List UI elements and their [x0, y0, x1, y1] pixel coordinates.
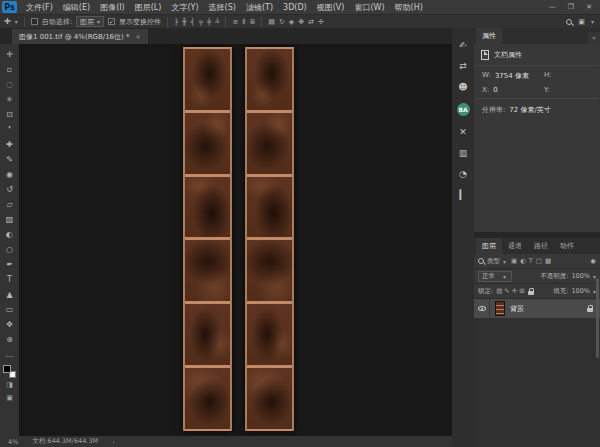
eyedropper-tool[interactable]: ❜ [0, 122, 19, 137]
blend-mode-dropdown[interactable]: 正常 ▾ [478, 271, 512, 282]
scale-3d-icon[interactable]: ✢ [318, 18, 324, 26]
menu-item[interactable]: 图层(L) [130, 2, 167, 13]
history-panel-icon[interactable]: ◔ [459, 169, 467, 179]
quick-selection-tool[interactable]: ✳ [0, 92, 19, 107]
menu-item[interactable]: 窗口(W) [349, 2, 389, 13]
align-left-icon[interactable]: ╞ [174, 18, 178, 26]
history-brush-tool[interactable]: ↺ [0, 182, 19, 197]
align-top-icon[interactable]: ╤ [199, 18, 203, 26]
menu-item[interactable]: 视图(V) [312, 2, 350, 13]
filter-type-label[interactable]: 类型 [487, 257, 500, 266]
align-middle-icon[interactable]: ╪ [207, 18, 211, 26]
filter-smart-object-icon[interactable]: ▩ [545, 257, 551, 265]
tool-preset-caret-icon[interactable]: ▾ [15, 18, 18, 25]
auto-select-dropdown[interactable]: 图层 ▾ [76, 16, 104, 27]
foreground-color-swatch[interactable] [3, 365, 11, 373]
distribute-horizontal-icon[interactable]: ⦀ [242, 18, 245, 26]
path-selection-tool[interactable]: ▲ [0, 287, 19, 302]
visibility-cell[interactable] [474, 299, 490, 318]
shape-tool[interactable]: ▭ [0, 302, 19, 317]
transfer-panel-icon[interactable]: ⇄ [459, 61, 467, 71]
lock-position-icon[interactable]: ✛ [512, 287, 517, 295]
filter-switch-icon[interactable]: ◉ [590, 257, 596, 265]
filter-shape-icon[interactable]: ▢ [536, 257, 542, 265]
layers-empty-area[interactable] [474, 318, 600, 447]
document-tab[interactable]: 图像1 001.tif @ 4%(RGB/16位) * ✕ [12, 29, 148, 44]
distribute-spacing-icon[interactable]: ≣ [249, 18, 255, 26]
tab-actions[interactable]: 动作 [554, 238, 580, 254]
canvas[interactable] [19, 44, 452, 436]
auto-align-icon[interactable]: ▤ [268, 18, 275, 26]
hand-tool[interactable]: ✥ [0, 317, 19, 332]
maximize-button[interactable]: ❐ [568, 3, 574, 11]
collapse-panels-icon[interactable]: « [588, 32, 600, 44]
lock-transparency-icon[interactable]: ▨ [496, 287, 502, 295]
ba-extension-badge[interactable]: BA [457, 103, 470, 116]
stats-panel-icon[interactable]: ▥ [459, 148, 468, 158]
gradient-tool[interactable]: ▨ [0, 212, 19, 227]
align-right-icon[interactable]: ╡ [191, 18, 195, 26]
lock-artboard-icon[interactable]: ⊞ [519, 287, 524, 295]
lasso-tool[interactable]: ◌ [0, 77, 19, 92]
type-tool[interactable]: T [0, 272, 19, 287]
dodge-tool[interactable]: ○ [0, 242, 19, 257]
menu-item[interactable]: 选择(S) [204, 2, 241, 13]
align-center-h-icon[interactable]: ╫ [182, 18, 186, 26]
rotate-3d-icon[interactable]: ↻ [279, 18, 285, 26]
tab-paths[interactable]: 路径 [528, 238, 554, 254]
layer-thumbnail[interactable] [495, 301, 505, 316]
lock-all-icon[interactable] [528, 291, 534, 295]
screen-mode-button[interactable]: ▣ [6, 391, 13, 404]
minimize-button[interactable]: — [549, 3, 556, 11]
width-value[interactable]: 3754 像素 [495, 71, 529, 81]
healing-brush-tool[interactable]: ✚ [0, 137, 19, 152]
zoom-tool[interactable]: ⊕ [0, 332, 19, 347]
menu-item[interactable]: 文件(F) [21, 2, 58, 13]
layer-row-background[interactable]: 背景 [474, 299, 600, 318]
menu-item[interactable]: 文字(Y) [166, 2, 203, 13]
status-options-chevron-icon[interactable]: › [112, 438, 115, 446]
retouch-panel-icon[interactable]: ✍ [459, 40, 467, 50]
tab-properties[interactable]: 属性 [476, 28, 502, 44]
clone-stamp-tool[interactable]: ◉ [0, 167, 19, 182]
tab-layers[interactable]: 图层 [476, 238, 502, 254]
orbit-3d-icon[interactable]: ◈ [289, 18, 294, 26]
lock-pixels-icon[interactable]: ✎ [504, 287, 509, 295]
pen-tool[interactable]: ✒ [0, 257, 19, 272]
align-bottom-icon[interactable]: ╧ [215, 18, 219, 26]
workspace-switcher-icon[interactable]: ▣ [578, 18, 585, 26]
close-tab-icon[interactable]: ✕ [136, 33, 141, 40]
search-icon[interactable] [566, 19, 572, 25]
fill-value[interactable]: 100% [571, 287, 590, 295]
crop-tool[interactable]: ⊡ [0, 107, 19, 122]
menu-item[interactable]: 帮助(H) [390, 2, 428, 13]
blur-tool[interactable]: ◐ [0, 227, 19, 242]
quick-mask-button[interactable]: ◨ [6, 378, 13, 391]
marquee-tool[interactable]: ▫ [0, 62, 19, 77]
filter-type-icon[interactable]: T [529, 257, 533, 265]
panel-scrollbar[interactable] [596, 278, 599, 358]
menu-item[interactable]: 3D(D) [278, 3, 312, 12]
eraser-tool[interactable]: ▱ [0, 197, 19, 212]
filter-adjustment-icon[interactable]: ◐ [520, 257, 526, 265]
pan-3d-icon[interactable]: ✥ [298, 18, 304, 26]
x-value[interactable]: 0 [493, 86, 497, 94]
menu-item[interactable]: 编辑(E) [58, 2, 95, 13]
slide-3d-icon[interactable]: ⇄ [308, 18, 314, 26]
portrait-panel-icon[interactable]: ☻ [458, 82, 467, 92]
menu-item[interactable]: 滤镜(T) [241, 2, 278, 13]
menu-item[interactable]: 图像(I) [95, 2, 130, 13]
opacity-value[interactable]: 100% [571, 272, 590, 280]
filter-pixel-icon[interactable]: ▣ [511, 257, 517, 265]
close-panel-icon[interactable]: ✕ [459, 127, 467, 137]
show-transform-checkbox[interactable]: ✓ [108, 18, 115, 25]
tab-channels[interactable]: 通道 [502, 238, 528, 254]
close-button[interactable]: ✕ [586, 3, 592, 11]
divider-handle-icon[interactable]: ▎ [460, 190, 467, 200]
zoom-level-field[interactable]: 4% [8, 438, 18, 446]
edit-toolbar-button[interactable]: … [0, 347, 19, 362]
move-tool[interactable]: ✛ [0, 47, 19, 62]
brush-tool[interactable]: ✎ [0, 152, 19, 167]
color-swatches[interactable] [3, 365, 16, 378]
distribute-vertical-icon[interactable]: ≡ [232, 18, 238, 26]
